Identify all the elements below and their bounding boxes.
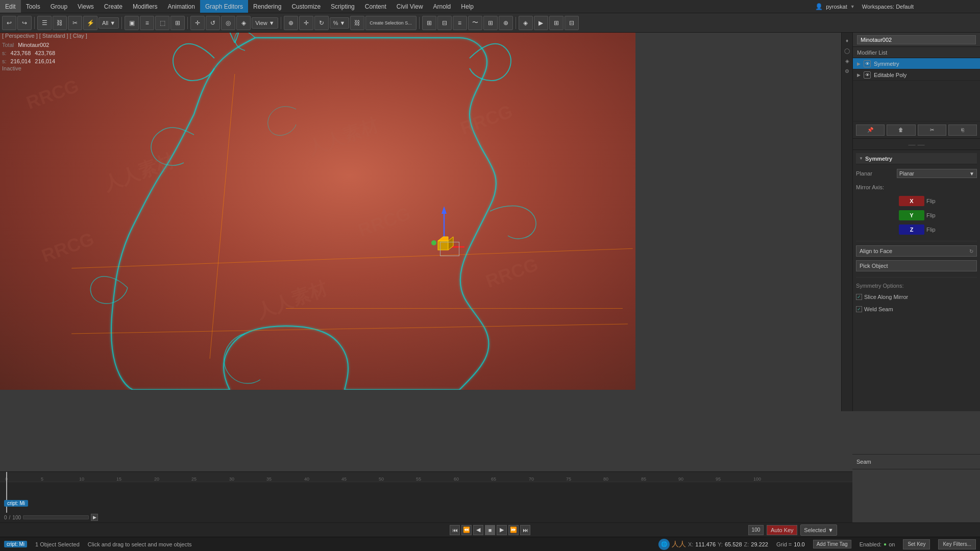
mod-eye-1[interactable]: 👁 (864, 60, 871, 67)
mod-btn-pin[interactable]: 📌 (856, 124, 885, 136)
user-dropdown-arrow[interactable]: ▼ (850, 4, 855, 9)
ruler-15: 15 (116, 477, 121, 482)
planar-row: Planar Planar ▼ (856, 168, 977, 179)
workspace-label: Workspaces: Default (862, 4, 914, 10)
utilities-btn[interactable]: ⚙ (843, 66, 852, 76)
menu-create[interactable]: Create (99, 0, 128, 13)
script-indicator: cript: Mi (4, 541, 27, 547)
mod-arrow-1: ▶ (857, 61, 861, 66)
hierarchy-btn[interactable]: ♦ (843, 36, 852, 45)
motion-btn[interactable]: ◯ (843, 46, 852, 55)
menu-animation[interactable]: Animation (163, 0, 200, 13)
axis-z-btn[interactable]: Z (899, 224, 924, 235)
select-obj-btn[interactable]: ▣ (125, 16, 139, 30)
frame-display[interactable]: 100 (748, 525, 764, 535)
timeline[interactable]: 0 5 10 15 20 25 30 35 40 45 50 55 60 65 … (0, 471, 852, 522)
align-btn[interactable]: ≡ (453, 16, 467, 30)
y-coord-value: 65.528 (725, 541, 742, 547)
menu-arnold[interactable]: Arnold (428, 0, 456, 13)
set-key-btn[interactable]: Set Key (903, 539, 930, 549)
angle-snap-btn[interactable]: ↺ (206, 16, 220, 30)
mod-eye-2[interactable]: 👁 (864, 71, 871, 79)
ruler-55: 55 (416, 477, 421, 482)
menu-content[interactable]: Content (360, 0, 391, 13)
batch-render-btn[interactable]: ⊟ (565, 16, 579, 30)
go-end-btn[interactable]: ⏭ (520, 525, 530, 535)
modifier-editable-poly[interactable]: ▶ 👁 Editable Poly (853, 69, 980, 81)
filter-dropdown[interactable]: All ▼ (99, 17, 119, 29)
menu-scripting[interactable]: Scripting (326, 0, 360, 13)
pick-object-btn[interactable]: Pick Object (856, 260, 977, 271)
slice-checkbox[interactable]: ✓ (856, 294, 862, 300)
menu-civil-view[interactable]: Civil View (391, 0, 428, 13)
world-btn[interactable]: ⊕ (284, 16, 298, 30)
play-back-btn[interactable]: ◀ (473, 525, 483, 535)
menu-graph-editors[interactable]: Graph Editors (200, 0, 248, 13)
menu-rendering[interactable]: Rendering (248, 0, 286, 13)
select-name-btn[interactable]: ≡ (140, 16, 154, 30)
array-btn[interactable]: ⊟ (437, 16, 452, 30)
menu-views[interactable]: Views (72, 0, 99, 13)
move-btn[interactable]: ✛ (299, 16, 313, 30)
spinner-snap-btn[interactable]: ◈ (236, 16, 251, 30)
render-btn[interactable]: ▶ (534, 16, 548, 30)
modifier-symmetry[interactable]: ▶ 👁 Symmetry (853, 58, 980, 69)
viewport[interactable]: RRCG 人人素材 RRCG 人人素材 RRCG 人人素材 RRCG RRCG (0, 33, 635, 390)
render-frame-btn[interactable]: ⊞ (549, 16, 564, 30)
menu-group[interactable]: Group (45, 0, 72, 13)
auto-key-btn[interactable]: Auto Key (767, 525, 797, 535)
snap-btn[interactable]: ✛ (190, 16, 205, 30)
axis-y-btn[interactable]: Y (899, 210, 924, 220)
polys-value2: 216,014 (35, 57, 55, 65)
selected-dropdown[interactable]: Selected ▼ (800, 524, 837, 536)
chain-btn[interactable]: ⛓ (350, 16, 364, 30)
rotate-btn[interactable]: ↻ (314, 16, 329, 30)
timeline-content[interactable] (0, 482, 852, 513)
percent-dropdown[interactable]: % ▼ (330, 17, 349, 29)
redo-btn[interactable]: ↪ (17, 16, 32, 30)
menu-modifiers[interactable]: Modifiers (128, 0, 163, 13)
mod-btn-paste[interactable]: ⎗ (948, 124, 977, 136)
object-name-input[interactable] (857, 35, 976, 44)
mod-btn-cut[interactable]: ✂ (918, 124, 946, 136)
create-selection-btn[interactable]: Create Selection S... (365, 16, 416, 30)
key-filters-btn[interactable]: Key Filters... (938, 539, 976, 549)
weld-checkbox[interactable]: ✓ (856, 306, 862, 312)
link-btn[interactable]: ⛓ (53, 16, 67, 30)
script-mi-btn[interactable]: cript: Mi (4, 541, 27, 547)
curve-btn[interactable]: 〜 (468, 16, 482, 30)
undo-btn[interactable]: ↩ (2, 16, 16, 30)
grid-btn[interactable]: ⊞ (483, 16, 498, 30)
region-select-btn[interactable]: ⬚ (155, 16, 169, 30)
align-to-face-btn[interactable]: Align to Face ↻ (856, 245, 977, 257)
next-frame-btn[interactable]: ⏩ (508, 525, 519, 535)
add-time-tag-btn[interactable]: Add Time Tag (813, 540, 851, 548)
prev-frame-btn[interactable]: ⏪ (461, 525, 472, 535)
play-fwd-btn[interactable]: ▶ (497, 525, 507, 535)
symmetry-section-header[interactable]: ▼ Symmetry (856, 153, 977, 164)
ruler-25: 25 (191, 477, 197, 482)
mirror-btn[interactable]: ⊞ (422, 16, 436, 30)
go-start-btn[interactable]: ⏮ (450, 525, 460, 535)
view-dropdown[interactable]: View ▼ (252, 17, 278, 29)
layers-btn[interactable]: ⊕ (499, 16, 513, 30)
nav-ball[interactable]: 🌐 (658, 539, 670, 550)
select-btn[interactable]: ☰ (37, 16, 52, 30)
x-coord-label: X: (688, 541, 693, 547)
render-setup-btn[interactable]: ◈ (519, 16, 533, 30)
mod-btn-delete[interactable]: 🗑 (887, 124, 915, 136)
menu-customize[interactable]: Customize (286, 0, 326, 13)
planar-dropdown[interactable]: Planar ▼ (897, 169, 977, 178)
unlink-btn[interactable]: ✂ (68, 16, 82, 30)
menu-edit[interactable]: Edit (0, 0, 21, 13)
menu-tools[interactable]: Tools (21, 0, 45, 13)
stop-btn[interactable]: ■ (485, 525, 495, 535)
bind-btn[interactable]: ⚡ (83, 16, 97, 30)
menu-help[interactable]: Help (456, 0, 479, 13)
progress-forward-btn[interactable]: ▶ (91, 514, 98, 521)
scale-snap-btn[interactable]: ◎ (221, 16, 235, 30)
ruler-35: 35 (266, 477, 272, 482)
display-btn[interactable]: ◈ (843, 56, 852, 65)
axis-x-btn[interactable]: X (899, 196, 924, 206)
window-cross-btn[interactable]: ⊞ (170, 16, 185, 30)
